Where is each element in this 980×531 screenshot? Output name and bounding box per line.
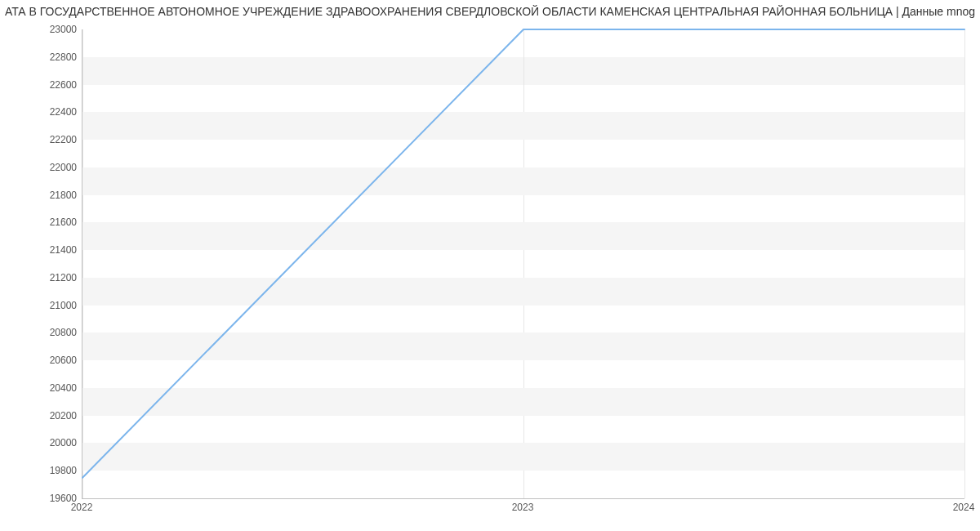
- y-tick-label: 23000: [3, 24, 77, 35]
- y-tick-label: 21800: [3, 190, 77, 201]
- y-tick-label: 19800: [3, 465, 77, 476]
- y-tick-label: 22600: [3, 79, 77, 91]
- y-tick-label: 20600: [3, 355, 77, 366]
- y-tick-label: 22800: [3, 51, 77, 63]
- y-tick-label: 20400: [3, 382, 77, 394]
- series-line: [82, 29, 964, 478]
- x-tick-label: 2022: [71, 502, 93, 513]
- y-tick-label: 21400: [3, 244, 77, 256]
- plot-area: [82, 29, 964, 499]
- chart-title: АТА В ГОСУДАРСТВЕННОЕ АВТОНОМНОЕ УЧРЕЖДЕ…: [0, 5, 980, 18]
- y-tick-label: 22400: [3, 106, 77, 118]
- y-tick-label: 21200: [3, 272, 77, 283]
- gridline-vertical: [964, 29, 965, 498]
- x-tick-label: 2024: [953, 502, 975, 513]
- y-tick-label: 21000: [3, 300, 77, 311]
- chart-container: АТА В ГОСУДАРСТВЕННОЕ АВТОНОМНОЕ УЧРЕЖДЕ…: [0, 0, 980, 531]
- y-tick-label: 20800: [3, 327, 77, 338]
- y-tick-label: 22200: [3, 134, 77, 145]
- y-tick-label: 20200: [3, 410, 77, 422]
- y-tick-label: 22000: [3, 162, 77, 173]
- y-tick-label: 21600: [3, 216, 77, 228]
- y-tick-label: 20000: [3, 437, 77, 448]
- y-tick-label: 19600: [3, 493, 77, 504]
- line-layer: [82, 29, 964, 498]
- x-tick-label: 2023: [512, 502, 534, 513]
